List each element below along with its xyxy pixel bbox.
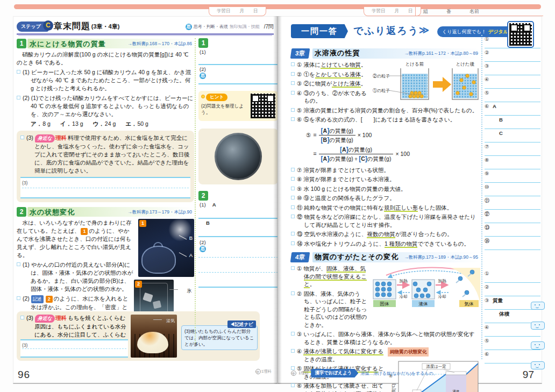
checkbox[interactable] (17, 70, 20, 74)
question-number: ② (297, 71, 302, 77)
checkbox[interactable] (291, 62, 295, 66)
checkbox[interactable] (291, 177, 295, 181)
question-text: をした固体。 (418, 204, 452, 211)
kanji-badge: 漢字でおぼえよう (311, 369, 358, 377)
section2-ref: →教科書p.173～179・本誌p.90 (127, 208, 192, 216)
answer-row: ① (485, 269, 540, 283)
question-text: (1)でとけ残った硝酸カリウムをすべてとかすには、ビーカーに 40 ℃ の水を最… (31, 95, 193, 117)
checkbox[interactable] (291, 332, 295, 336)
question-label: (3) (26, 134, 33, 141)
question-text: 。 (361, 71, 367, 77)
question-number: ⑦ (297, 167, 302, 173)
checkbox[interactable] (17, 262, 20, 266)
checkbox[interactable] (291, 168, 295, 172)
checkbox[interactable] (20, 136, 24, 139)
choice-key: ア． (31, 120, 42, 127)
sticker-tab[interactable] (531, 341, 545, 350)
checkbox[interactable] (291, 91, 295, 95)
checkbox[interactable] (291, 196, 295, 199)
chapter3-answer-column: ①②③④⑤⑥ABC⑦⑧⑨⑩⑪⑫⑬⑭ (485, 35, 540, 250)
answer-sublabel: 体積 (499, 311, 509, 323)
svg-text:加熱: 加熱 (438, 279, 447, 283)
mochi-photo: 湯気 (131, 315, 177, 358)
question-item: ⑪純粋な物質でその物質に特有な規則正しい形をした固体。 (291, 204, 480, 212)
chapter4-questions-a: 固体 液体 気体 加 (291, 265, 480, 347)
question-text: ③のうち、②が水であるもの。 (303, 90, 366, 104)
svg-text:固体: 固体 (380, 301, 390, 307)
figure2-badge: 2 (46, 296, 53, 303)
checkbox[interactable] (291, 349, 295, 353)
checkbox[interactable] (291, 291, 295, 295)
right-footer: 中1理科 漢字でおぼえよう 溶媒…溶ける媒(なかだち)をするもの。 (291, 369, 438, 377)
checkbox[interactable] (291, 108, 295, 112)
svg-text:加熱: 加熱 (399, 279, 408, 283)
choice-option: イ．13 g (60, 120, 83, 128)
right-main-column: 3章 水溶液の性質 →教科書p.161～172・本誌p.80～89 とける前 と… (291, 48, 480, 392)
kettle-lid (153, 242, 163, 247)
question-number: ⑭ (297, 240, 303, 247)
checkbox[interactable] (291, 117, 295, 121)
checkbox[interactable] (291, 215, 295, 218)
checkbox[interactable] (291, 383, 295, 387)
question-label: (2) (23, 95, 30, 101)
hint-qr-code[interactable] (251, 94, 275, 118)
kettle-photo: 1 B A (138, 219, 194, 277)
sticker-tab[interactable] (531, 302, 545, 310)
step-badge: ステップC (17, 22, 48, 32)
question-number: ⑫ (297, 213, 303, 220)
checkbox[interactable] (17, 96, 20, 99)
question-item: ⑭水や塩化ナトリウムのように、1 種類の物質でできているもの。 (291, 240, 480, 248)
answer-row: ② (485, 283, 540, 296)
answer-number: ⑤ (485, 90, 492, 102)
question-text: 。 (361, 80, 367, 87)
checkbox[interactable] (291, 72, 295, 76)
answer-number (485, 117, 492, 129)
sticker-tab[interactable] (531, 322, 545, 330)
question-label: (1) (23, 261, 30, 268)
svg-text:冷却: 冷却 (400, 294, 408, 299)
answer-row: ③ (485, 62, 540, 75)
checkbox[interactable] (291, 81, 295, 85)
question-text: いっぱんに、固体から液体、液体から気体へと物質の状態が変化するとき、質量と体積は… (303, 331, 474, 345)
answer-box-1-3: (3) (20, 177, 190, 198)
checkbox[interactable] (291, 232, 295, 236)
question-number: ⑤ (297, 107, 302, 113)
answer-row: ⑦ (485, 142, 540, 156)
checkbox[interactable] (291, 241, 295, 245)
graph-title: 純物質の状態変化 (388, 347, 429, 357)
svg-text:温度は一定: 温度は一定 (426, 364, 446, 369)
section1-ref: →教科書p.168～170・本誌p.86 (127, 40, 192, 48)
kanji-note: 溶媒…溶ける媒(なかだち)をするもの。 (360, 370, 437, 376)
chapter4-badge: 4章 (290, 252, 310, 262)
question-text-underlined: 規則正しい形 (384, 204, 418, 212)
question-label: (2) (23, 295, 30, 302)
section1-title: 水にとける物質の質量 (30, 40, 106, 48)
answer-row: ④ (485, 75, 540, 89)
left-page: ステップC 章末問題 (3章・4章) 思 思考・判断・表現 無印知識・技能 /7… (13, 16, 278, 384)
answer-sublabel: C (499, 130, 503, 142)
question-number: ⑩ (297, 195, 302, 201)
question-text-underlined: 液体が沸騰して気体に変化する (303, 348, 383, 355)
checkbox[interactable] (291, 266, 295, 270)
question-text-underlined: 1 種類の物質 (385, 240, 418, 248)
checkbox[interactable] (291, 187, 295, 190)
question-text: ②に物質が (303, 80, 332, 87)
checkbox[interactable] (17, 296, 20, 300)
svg-text:液体: 液体 (453, 389, 460, 392)
checkbox[interactable] (20, 316, 24, 319)
sticker-tab[interactable] (531, 361, 545, 369)
hint-text: (2)問題文を整理しよう。 (201, 103, 244, 116)
answer-row-2-2-label: (2)思 (198, 237, 278, 252)
answer-sublabel: A (493, 103, 496, 115)
checkbox[interactable] (291, 205, 295, 209)
question-item: ⑫物質を水などの溶媒にとかし、温度を下げたり溶媒を蒸発させたりして再び結晶として… (291, 213, 480, 229)
legend-think: 思考・判断・表現 (194, 24, 228, 30)
hint-badge: ヒント (206, 94, 227, 101)
answer-box-2-3: (3) (20, 339, 128, 358)
answer-number: ④ (485, 76, 492, 88)
answer-row-1-2: (2)思 (198, 65, 278, 84)
svg-text:①の粒子: ①の粒子 (373, 88, 390, 93)
chapter3-badge: 3章 (290, 48, 310, 59)
question-text: ときの温度。 (304, 356, 338, 362)
study-date-tab-left: 学習日 月 日 (209, 7, 266, 16)
